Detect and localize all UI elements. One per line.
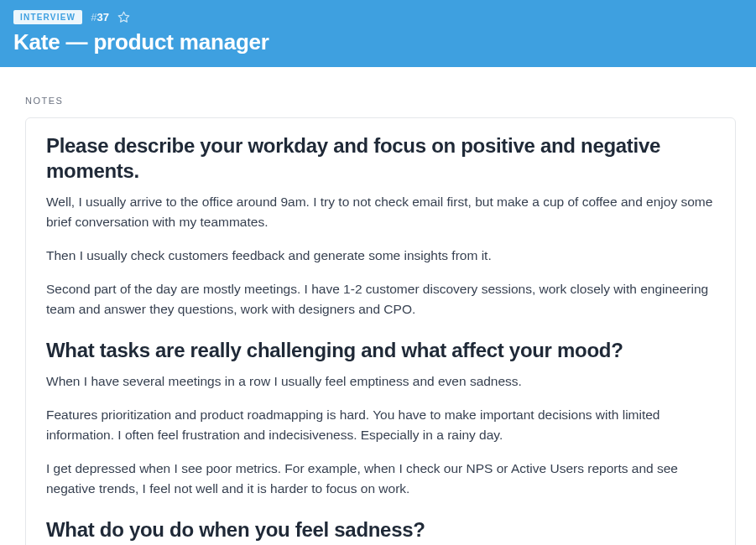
- page-header: INTERVIEW #37 Kate — product manager: [0, 0, 756, 67]
- question-1: Please describe your workday and focus o…: [46, 133, 715, 184]
- ticket-number[interactable]: #37: [91, 11, 109, 23]
- svg-marker-0: [118, 12, 129, 22]
- content-area: NOTES Please describe your workday and f…: [0, 67, 756, 545]
- interview-badge: INTERVIEW: [13, 10, 82, 24]
- question-3: What do you do when you feel sadness?: [46, 517, 715, 542]
- answer-paragraph: When I have several meetings in a row I …: [46, 371, 715, 392]
- question-2: What tasks are really challenging and wh…: [46, 338, 715, 363]
- star-icon[interactable]: [117, 11, 130, 23]
- answer-paragraph: Then I usually check customers feedback …: [46, 246, 715, 266]
- answer-paragraph: Well, I usually arrive to the office aro…: [46, 192, 715, 232]
- answer-paragraph: Features prioritization and product road…: [46, 405, 715, 445]
- notes-section-label: NOTES: [25, 96, 736, 106]
- page-title: Kate — product manager: [13, 29, 743, 55]
- answer-paragraph: Second part of the day are mostly meetin…: [46, 279, 715, 319]
- ticket-num: 37: [96, 11, 108, 23]
- ticket-hash: #: [91, 11, 96, 23]
- header-meta-row: INTERVIEW #37: [13, 10, 743, 24]
- answer-paragraph: I get depressed when I see poor metrics.…: [46, 459, 715, 499]
- notes-card: Please describe your workday and focus o…: [25, 117, 736, 545]
